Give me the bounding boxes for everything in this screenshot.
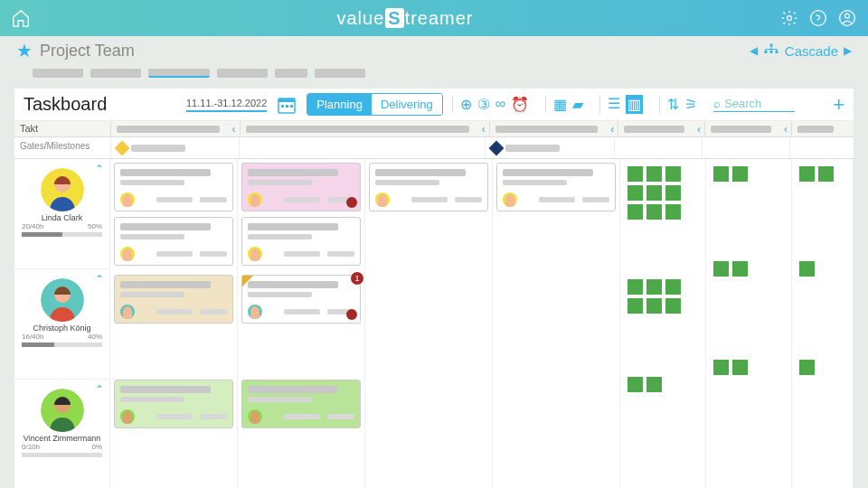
task-card[interactable] xyxy=(114,217,233,266)
board-title: Taskboard xyxy=(24,94,177,115)
gate-cell xyxy=(789,137,854,158)
takt-col[interactable]: ‹ xyxy=(618,121,704,136)
task-card[interactable]: 1 xyxy=(241,275,361,324)
date-range[interactable]: 11.11.-31.12.2022 xyxy=(186,98,267,112)
tab-item[interactable] xyxy=(275,69,307,78)
svg-rect-11 xyxy=(286,105,288,108)
task-card[interactable] xyxy=(241,163,361,211)
milestone-icon[interactable] xyxy=(489,140,505,155)
tab-item-active[interactable] xyxy=(148,69,210,78)
gate-cell xyxy=(239,137,485,158)
globe-icon[interactable]: ⊕ xyxy=(460,96,472,113)
takt-col[interactable] xyxy=(791,121,854,136)
person-row: ⌃ Christoph König 16/40h40% xyxy=(14,269,109,380)
card-icon[interactable]: ▰ xyxy=(572,96,583,113)
page-title: Project Team xyxy=(40,42,135,61)
takt-col[interactable]: ‹ xyxy=(704,121,791,136)
collapse-icon[interactable]: ⌃ xyxy=(95,383,104,396)
taskboard: Taskboard 11.11.-31.12.2022 Planning Del… xyxy=(14,89,854,488)
nav-tabs xyxy=(0,65,868,81)
column-icon[interactable]: ▥ xyxy=(626,95,643,114)
breadcrumb-bar: ★ Project Team ◀ Cascade ▶ xyxy=(0,36,868,65)
takt-col[interactable]: ‹ xyxy=(489,121,618,136)
hours-label: 0/10h xyxy=(22,443,40,451)
pct-label: 50% xyxy=(88,222,102,230)
people-column: ⌃ Linda Clark 20/40h50% ⌃ Christoph Köni… xyxy=(14,159,110,488)
home-icon[interactable] xyxy=(11,8,31,28)
user-icon[interactable] xyxy=(837,8,857,28)
search-icon: ⌕ xyxy=(713,97,721,110)
takt-col[interactable]: ‹ xyxy=(240,121,489,136)
task-card[interactable] xyxy=(369,163,488,211)
svg-rect-6 xyxy=(769,51,772,53)
task-card[interactable] xyxy=(241,217,361,266)
mode-toggle: Planning Delivering xyxy=(307,93,442,116)
lane xyxy=(706,159,792,488)
svg-point-0 xyxy=(788,16,792,21)
hours-label: 20/40h xyxy=(22,222,43,230)
add-button[interactable]: + xyxy=(833,93,844,117)
cascade-button[interactable]: ◀ Cascade ▶ xyxy=(750,43,852,59)
svg-rect-9 xyxy=(278,99,295,102)
gate-cell xyxy=(110,137,239,158)
lane: 1 xyxy=(238,159,365,488)
filter-icon[interactable]: ⚞ xyxy=(684,96,697,113)
list-icon[interactable]: ☰ xyxy=(608,95,620,114)
badge-icon xyxy=(346,309,357,320)
lane xyxy=(110,159,238,488)
lane xyxy=(792,159,854,488)
takt-header: Takt ‹ ‹ ‹ ‹ ‹ xyxy=(14,121,854,137)
avatar[interactable] xyxy=(41,168,84,211)
gate-cell xyxy=(485,137,613,158)
badge-count: 1 xyxy=(351,272,363,285)
help-icon[interactable] xyxy=(808,8,828,28)
takt-col[interactable]: ‹ xyxy=(110,121,240,136)
clock-icon[interactable]: ⏰ xyxy=(511,96,529,113)
sort-icon[interactable]: ⇅ xyxy=(667,96,679,113)
gear-icon[interactable] xyxy=(779,8,799,28)
svg-rect-12 xyxy=(290,105,293,108)
tab-item[interactable] xyxy=(315,69,365,78)
takt-label: Takt xyxy=(14,121,110,136)
app-header: valueStreamer xyxy=(0,0,868,36)
svg-rect-5 xyxy=(764,51,767,53)
filter3-icon[interactable]: ③ xyxy=(477,96,490,113)
grid-icon[interactable]: ▦ xyxy=(553,96,567,113)
infinity-icon[interactable]: ∞ xyxy=(495,96,505,113)
badge-icon xyxy=(346,197,357,208)
person-row: ⌃ Linda Clark 20/40h50% xyxy=(14,159,109,269)
task-card[interactable] xyxy=(496,163,616,211)
collapse-icon[interactable]: ⌃ xyxy=(95,163,104,175)
planning-mode[interactable]: Planning xyxy=(307,94,372,115)
pct-label: 0% xyxy=(91,443,102,451)
delivering-mode[interactable]: Delivering xyxy=(372,94,442,115)
capacity-bar xyxy=(22,343,102,347)
task-card[interactable] xyxy=(114,380,233,428)
milestone-icon[interactable] xyxy=(115,140,130,155)
task-grid: ⌃ Linda Clark 20/40h50% ⌃ Christoph Köni… xyxy=(14,159,854,488)
star-icon[interactable]: ★ xyxy=(16,40,33,61)
task-card[interactable] xyxy=(241,380,361,428)
tab-item[interactable] xyxy=(90,69,141,78)
collapse-icon[interactable]: ⌃ xyxy=(95,273,104,286)
tab-item[interactable] xyxy=(33,69,83,78)
search-input[interactable]: ⌕ Search xyxy=(713,97,795,112)
task-card[interactable] xyxy=(114,275,233,324)
gate-cell xyxy=(614,137,702,158)
person-row: ⌃ Vincent Zimmermann 0/10h0% xyxy=(14,380,109,488)
avatar[interactable] xyxy=(41,278,84,322)
svg-rect-7 xyxy=(775,51,778,53)
avatar[interactable] xyxy=(41,389,84,432)
person-name: Vincent Zimmermann xyxy=(18,434,106,443)
calendar-icon[interactable] xyxy=(276,94,297,116)
lane xyxy=(493,159,620,488)
person-name: Christoph König xyxy=(18,324,106,333)
svg-rect-10 xyxy=(281,105,284,108)
capacity-bar xyxy=(22,453,102,457)
task-card[interactable] xyxy=(114,163,233,211)
svg-point-3 xyxy=(845,14,850,18)
svg-rect-4 xyxy=(769,44,772,47)
tab-item[interactable] xyxy=(217,69,268,78)
lanes: 1 xyxy=(110,159,854,488)
gate-cell xyxy=(702,137,789,158)
